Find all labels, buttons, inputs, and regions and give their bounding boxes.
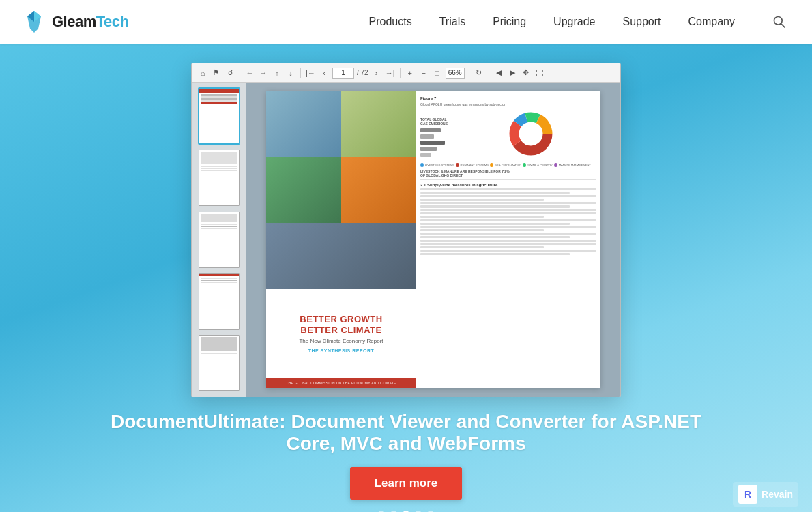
nav-divider — [757, 12, 757, 31]
svg-point-10 — [521, 124, 540, 143]
toolbar-pan-btn[interactable]: ✥ — [521, 68, 532, 79]
doc-left-column: BETTER GROWTH BETTER CLIMATE The New Cli… — [266, 91, 416, 388]
doc-chart-section: TOTAL GLOBALGAS EMISSIONS — [420, 110, 596, 158]
nav-pricing[interactable]: Pricing — [482, 10, 537, 33]
doc-chart-subtitle: Global AFOLU greenhouse gas emissions by… — [420, 102, 596, 107]
thumbnail-1[interactable]: 1 — [199, 88, 240, 144]
thumbnail-4[interactable]: 4 — [199, 273, 240, 329]
nav-products[interactable]: Products — [358, 10, 423, 33]
doc-title-sub: The New Climate Economy Report — [299, 338, 383, 345]
doc-images-grid — [266, 91, 416, 289]
doc-text-section: LIVESTOCK & MANURE ARE RESPONSIBLE FOR 7… — [420, 167, 596, 383]
hero-title: DocumentUltimate: Document Viewer and Co… — [99, 411, 713, 455]
toolbar-fwd-btn[interactable]: › — [371, 68, 382, 79]
doc-report-label: THE SYNTHESIS REPORT — [308, 348, 375, 353]
nav-trials[interactable]: Trials — [429, 10, 477, 33]
learn-more-button[interactable]: Learn more — [350, 467, 463, 500]
thumbnail-3[interactable]: 3 — [199, 212, 240, 268]
bar-row-3 — [420, 140, 461, 145]
doc-img-bus — [341, 157, 416, 223]
toolbar-sep-4 — [469, 68, 469, 78]
toolbar-search-btn[interactable]: ☌ — [224, 68, 235, 79]
donut-chart — [507, 110, 555, 158]
bar-row-2 — [420, 134, 461, 139]
viewer-document-area: BETTER GROWTH BETTER CLIMATE The New Cli… — [246, 83, 620, 397]
doc-bottom-bar: THE GLOBAL COMMISSION ON THE ECONOMY AND… — [266, 378, 416, 388]
toolbar-last-btn[interactable]: →| — [385, 68, 396, 79]
toolbar-prev-btn[interactable]: ← — [244, 68, 255, 79]
doc-bottom-text: THE GLOBAL COMMISSION ON THE ECONOMY AND… — [286, 381, 396, 385]
bar-row-5 — [420, 152, 461, 158]
revain-icon: R — [738, 485, 757, 504]
toolbar-rotate-btn[interactable]: ↻ — [474, 68, 484, 79]
doc-bar-chart: TOTAL GLOBALGAS EMISSIONS — [420, 110, 461, 158]
toolbar-sep-1 — [240, 68, 240, 78]
toolbar-upload-btn[interactable]: ↑ — [272, 68, 282, 79]
toolbar-bookmark-btn[interactable]: ⚑ — [211, 68, 222, 79]
toolbar-download-btn[interactable]: ↓ — [285, 68, 296, 79]
nav-company[interactable]: Company — [678, 10, 746, 33]
revain-label: Revain — [762, 489, 793, 500]
doc-right-column: Figure 7 Global AFOLU greenhouse gas emi… — [416, 91, 600, 388]
viewer-main: 1 2 — [192, 83, 620, 397]
toolbar-next-btn[interactable]: → — [258, 68, 269, 79]
doc-img-solar — [341, 91, 416, 157]
doc-img-bikes — [266, 91, 341, 157]
revain-badge[interactable]: R Revain — [733, 482, 798, 507]
svg-point-3 — [774, 17, 783, 25]
toolbar-zoomin-btn[interactable]: + — [405, 68, 416, 79]
viewer-sidebar[interactable]: 1 2 — [192, 83, 246, 397]
doc-title-main: BETTER GROWTH BETTER CLIMATE — [300, 314, 382, 335]
nav-upgrade[interactable]: Upgrade — [542, 10, 606, 33]
toolbar-fullscreen-btn[interactable]: ⛶ — [534, 68, 545, 79]
toolbar-zoomout-btn[interactable]: − — [418, 68, 429, 79]
toolbar-first-btn[interactable]: |← — [305, 68, 316, 79]
bar-row-4 — [420, 146, 461, 152]
document-page: BETTER GROWTH BETTER CLIMATE The New Cli… — [266, 91, 600, 388]
thumbnail-5[interactable]: 5 — [199, 335, 240, 391]
main-content: ⌂ ⚑ ☌ ← → ↑ ↓ |← ‹ / 72 › →| + − □ — [0, 44, 812, 512]
toolbar-home-btn[interactable]: ⌂ — [197, 68, 208, 79]
zoom-level-input[interactable] — [446, 68, 465, 79]
nav: Products Trials Pricing Upgrade Support … — [358, 10, 790, 33]
bar-row-1 — [420, 128, 461, 133]
viewer-toolbar: ⌂ ⚑ ☌ ← → ↑ ↓ |← ‹ / 72 › →| + − □ — [192, 63, 620, 83]
header: GleamTech Products Trials Pricing Upgrad… — [0, 0, 812, 44]
logo-text: GleamTech — [52, 13, 128, 31]
doc-chart-title: Figure 7 — [420, 96, 596, 100]
page-total-label: / 72 — [357, 69, 368, 76]
search-icon[interactable] — [768, 11, 790, 33]
doc-donut-area — [465, 110, 596, 158]
page-number-input[interactable] — [332, 68, 354, 79]
toolbar-nav-right-btn[interactable]: ▶ — [507, 68, 518, 79]
doc-title-block: BETTER GROWTH BETTER CLIMATE The New Cli… — [266, 289, 416, 378]
doc-img-rice — [266, 157, 341, 223]
svg-line-4 — [781, 24, 785, 28]
toolbar-sep-2 — [300, 68, 301, 78]
toolbar-nav-left-btn[interactable]: ◀ — [493, 68, 504, 79]
logo[interactable]: GleamTech — [22, 10, 128, 34]
toolbar-back-btn[interactable]: ‹ — [319, 68, 330, 79]
thumbnail-2[interactable]: 2 — [199, 150, 240, 205]
hero-section: ⌂ ⚑ ☌ ← → ↑ ↓ |← ‹ / 72 › →| + − □ — [0, 44, 812, 512]
toolbar-sep-5 — [489, 68, 489, 78]
nav-support[interactable]: Support — [611, 10, 671, 33]
document-viewer: ⌂ ⚑ ☌ ← → ↑ ↓ |← ‹ / 72 › →| + − □ — [191, 63, 621, 397]
toolbar-sep-3 — [400, 68, 401, 78]
doc-img-wide — [266, 223, 416, 289]
logo-icon — [22, 10, 46, 34]
toolbar-zoomfit-btn[interactable]: □ — [432, 68, 443, 79]
